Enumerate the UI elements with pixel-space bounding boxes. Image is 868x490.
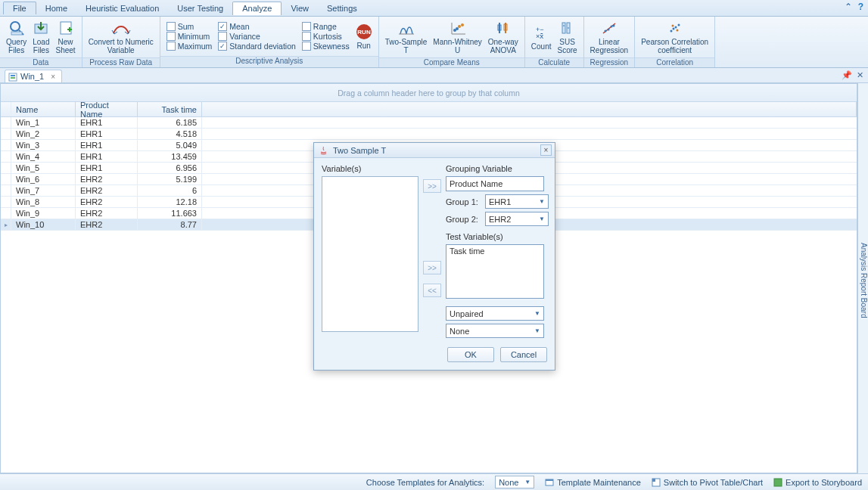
svg-point-30 bbox=[672, 28, 674, 30]
grid-header: NameProduct NameTask time bbox=[1, 102, 857, 117]
svg-point-29 bbox=[670, 30, 672, 33]
document-tab[interactable]: Win_1 × bbox=[5, 70, 62, 82]
check-minimum[interactable]: Minimum bbox=[166, 32, 213, 41]
table-row[interactable]: Win_2EHR14.518 bbox=[1, 129, 857, 140]
convert-numeric-button[interactable]: Convert to NumericVariable bbox=[86, 18, 157, 56]
ribbon-group-label: Regression bbox=[584, 57, 635, 67]
svg-rect-20 bbox=[562, 23, 565, 33]
pairing-combo[interactable]: Unpaired▼ bbox=[446, 306, 544, 321]
variables-label: Variable(s) bbox=[322, 164, 418, 173]
variables-listbox[interactable] bbox=[322, 176, 418, 332]
chevron-down-icon: ▼ bbox=[539, 198, 545, 205]
query-files-button[interactable]: QueryFiles bbox=[3, 18, 30, 56]
svg-rect-41 bbox=[652, 479, 655, 482]
menu-settings[interactable]: Settings bbox=[318, 2, 366, 15]
mann-whitney-u-button[interactable]: Mann-WhitneyU bbox=[430, 18, 484, 56]
svg-point-34 bbox=[676, 29, 678, 32]
status-bar: Choose Templates for Analytics: None▼ Te… bbox=[0, 473, 868, 490]
svg-point-0 bbox=[11, 22, 20, 31]
test-variables-listbox[interactable]: Task time bbox=[446, 244, 544, 299]
svg-point-26 bbox=[607, 29, 609, 31]
chevron-down-icon: ▼ bbox=[539, 216, 545, 222]
collapse-ribbon-icon[interactable]: ⌃ bbox=[845, 2, 852, 12]
ribbon-group-label: Compare Means bbox=[379, 57, 524, 67]
column-header-task-time[interactable]: Task time bbox=[138, 102, 202, 116]
grouping-variable-label: Grouping Variable bbox=[446, 164, 549, 173]
grouping-variable-input[interactable] bbox=[446, 176, 544, 191]
svg-point-32 bbox=[677, 24, 680, 26]
export-storyboard-link[interactable]: Export to Storyboard bbox=[773, 478, 862, 487]
switch-pivot-link[interactable]: Switch to Pivot Table/Chart bbox=[652, 478, 763, 487]
svg-text:×x̄: ×x̄ bbox=[536, 33, 544, 40]
oneway-anova-button[interactable]: One-wayANOVA bbox=[485, 18, 521, 56]
template-combo[interactable]: None▼ bbox=[495, 476, 534, 488]
group2-combo[interactable]: EHR2▼ bbox=[485, 212, 549, 226]
ok-button[interactable]: OK bbox=[447, 347, 494, 362]
check-variance[interactable]: Variance bbox=[218, 32, 296, 41]
svg-rect-36 bbox=[11, 75, 15, 76]
chevron-down-icon: ▼ bbox=[534, 327, 540, 334]
svg-rect-39 bbox=[546, 479, 553, 481]
ribbon-group-label: Data bbox=[0, 57, 82, 67]
ribbon-group-label: Calculate bbox=[525, 57, 583, 67]
document-tab-label: Win_1 bbox=[20, 72, 44, 81]
svg-point-13 bbox=[461, 23, 464, 26]
run-button[interactable]: RUNRun bbox=[353, 22, 375, 51]
load-files-button[interactable]: LoadFiles bbox=[30, 18, 52, 56]
check-maximum[interactable]: Maximum bbox=[166, 42, 213, 51]
move-left-testvar-button[interactable]: << bbox=[423, 284, 441, 297]
menu-heuristic-evaluation[interactable]: Heuristic Evaluation bbox=[76, 2, 168, 15]
check-range[interactable]: Range bbox=[302, 22, 350, 31]
check-skewness[interactable]: Skewness bbox=[302, 42, 350, 51]
svg-rect-37 bbox=[11, 77, 15, 79]
ribbon: QueryFilesLoadFilesNewSheetDataConvert t… bbox=[0, 17, 868, 68]
move-right-grouping-button[interactable]: >> bbox=[423, 179, 441, 193]
check-standard-deviation[interactable]: ✓Standard deviation bbox=[218, 42, 296, 51]
extra-combo[interactable]: None▼ bbox=[446, 324, 544, 338]
sus-score-button[interactable]: SUSScore bbox=[554, 18, 580, 56]
java-icon bbox=[319, 145, 328, 155]
close-all-icon[interactable]: ✕ bbox=[857, 70, 863, 80]
svg-text:RUN: RUN bbox=[357, 29, 371, 36]
menu-view[interactable]: View bbox=[282, 2, 318, 15]
svg-point-27 bbox=[610, 26, 612, 28]
table-row[interactable]: Win_1EHR16.185 bbox=[1, 117, 857, 129]
check-sum[interactable]: Sum bbox=[166, 22, 213, 31]
close-tab-icon[interactable]: × bbox=[51, 73, 55, 81]
group2-label: Group 2: bbox=[446, 215, 481, 224]
dialog-titlebar[interactable]: Two Sample T × bbox=[314, 143, 555, 158]
count-button[interactable]: +−×x̄Count bbox=[528, 23, 555, 52]
analysis-report-board-panel[interactable]: Analysis Report Board bbox=[857, 83, 868, 473]
move-right-testvar-button[interactable]: >> bbox=[423, 261, 441, 274]
menu-analyze[interactable]: Analyze bbox=[232, 2, 282, 15]
ribbon-group-label: Descriptive Analysis bbox=[160, 56, 378, 67]
ribbon-group-label: Process Raw Data bbox=[82, 57, 160, 67]
linear-regression-button[interactable]: LinearRegression bbox=[587, 18, 632, 56]
check-mean[interactable]: ✓Mean bbox=[218, 22, 296, 31]
test-variables-label: Test Variable(s) bbox=[446, 232, 549, 241]
dialog-title: Two Sample T bbox=[333, 146, 386, 155]
chevron-down-icon: ▼ bbox=[534, 310, 540, 317]
two-sample-t-dialog: Two Sample T × Variable(s) >> >> << Grou… bbox=[313, 142, 555, 371]
group1-combo[interactable]: EHR1▼ bbox=[485, 194, 549, 209]
check-kurtosis[interactable]: Kurtosis bbox=[302, 32, 350, 41]
help-icon[interactable]: ? bbox=[858, 2, 863, 12]
new-sheet-button[interactable]: NewSheet bbox=[52, 18, 78, 56]
choose-template-label: Choose Templates for Analytics: bbox=[366, 478, 484, 487]
two-sample-t-button[interactable]: Two-SampleT bbox=[382, 18, 431, 56]
group-by-hint[interactable]: Drag a column header here to group by th… bbox=[1, 84, 857, 102]
svg-rect-42 bbox=[774, 479, 782, 486]
template-maintenance-link[interactable]: Template Maintenance bbox=[545, 478, 641, 487]
pearson-button[interactable]: Pearson Correlationcoefficient bbox=[638, 18, 711, 56]
cancel-button[interactable]: Cancel bbox=[500, 347, 547, 362]
svg-point-11 bbox=[458, 25, 461, 28]
svg-point-33 bbox=[671, 25, 674, 27]
svg-point-31 bbox=[674, 26, 677, 29]
menu-home[interactable]: Home bbox=[36, 2, 76, 15]
menu-file[interactable]: File bbox=[3, 2, 36, 14]
menu-user-testing[interactable]: User Testing bbox=[168, 2, 232, 15]
pin-icon[interactable]: 📌 bbox=[842, 70, 852, 80]
column-header-name[interactable]: Name bbox=[11, 102, 76, 116]
dialog-close-button[interactable]: × bbox=[540, 144, 552, 156]
column-header-product-name[interactable]: Product Name bbox=[76, 102, 138, 116]
